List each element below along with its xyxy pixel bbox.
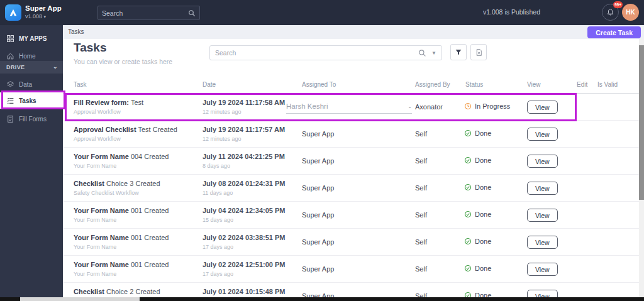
view-button[interactable]: View [527, 263, 558, 276]
task-date: July 19 2024 11:17:58 AM [203, 99, 285, 106]
task-date-relative: 17 days ago [203, 244, 285, 250]
task-date: July 04 2024 12:34:05 PM [203, 207, 285, 214]
task-date: July 02 2024 03:38:51 PM [203, 234, 285, 241]
task-title: Your Form Name 004 Created [74, 153, 169, 160]
table-row: Checklist Choice 2 Created Safety Checkl… [63, 283, 644, 298]
grid-icon [6, 35, 14, 43]
status-badge: Done [464, 211, 491, 218]
task-cell: Your Form Name 004 Created Your Form Nam… [74, 153, 169, 169]
task-cell: Fill Review form: Test Approval Workflow [74, 99, 143, 115]
view-button[interactable]: View [527, 101, 558, 114]
home-icon [6, 52, 14, 60]
view-button[interactable]: View [527, 209, 558, 222]
data-icon [6, 80, 14, 89]
task-title: Checklist Choice 3 Created [74, 180, 160, 187]
assigned-to-text: Super App [302, 130, 334, 138]
task-cell: Your Form Name 001 Created Your Form Nam… [74, 207, 169, 223]
view-button[interactable]: View [527, 182, 558, 195]
check-done-icon [464, 265, 472, 272]
status-badge: Done [464, 129, 491, 137]
task-date: July 08 2024 01:24:31 PM [203, 180, 285, 187]
status-badge: Done [464, 183, 491, 191]
assigned-to-text: Super App [302, 211, 334, 219]
global-search-input[interactable] [102, 9, 188, 17]
task-cell: Your Form Name 001 Created Your Form Nam… [74, 261, 169, 277]
task-workflow-subtitle: Your Form Name [74, 244, 169, 250]
top-bar: Super App v1.008 ▾ v1.008 is Published 9… [0, 0, 644, 25]
view-button[interactable]: View [527, 236, 558, 249]
date-cell: July 01 2024 10:15:48 PM [203, 288, 285, 298]
date-cell: July 02 2024 03:38:51 PM 17 days ago [203, 234, 285, 250]
task-title-bold: Your Form Name [74, 207, 129, 214]
task-cell: Checklist Choice 3 Created Safety Checkl… [74, 180, 160, 196]
check-done-icon [464, 183, 472, 191]
date-cell: July 08 2024 01:24:31 PM 11 days ago [203, 180, 285, 196]
vertical-scrollbar-thumb[interactable] [639, 45, 644, 200]
assigned-by-text: Self [415, 130, 427, 138]
task-workflow-subtitle: Your Form Name [74, 163, 169, 169]
task-workflow-subtitle: Approval Workflow [74, 136, 177, 142]
date-cell: July 02 2024 12:51:00 PM 17 days ago [203, 261, 285, 277]
table-row: Your Form Name 004 Created Your Form Nam… [63, 148, 644, 175]
sidebar: MY APPS Home DRIVE ⌄ Data [0, 25, 63, 298]
task-title-bold: Checklist [74, 180, 104, 187]
task-title: Your Form Name 001 Created [74, 207, 169, 214]
assigned-by-text: Self [415, 238, 427, 246]
assigned-to-dropdown[interactable]: Harsh Keshri ⌄ [286, 99, 412, 114]
status-badge: In Progress [464, 102, 510, 110]
task-title: Checklist Choice 2 Created [74, 288, 160, 295]
assigned-by-text: Self [415, 157, 427, 165]
sidebar-item-my-apps[interactable]: MY APPS [0, 31, 63, 45]
task-title: Your Form Name 001 Created [74, 234, 169, 241]
horizontal-scrollbar-thumb[interactable] [20, 297, 140, 301]
app-logo-icon[interactable] [5, 4, 21, 21]
task-title-rest: 001 Created [131, 234, 169, 241]
task-title-rest: Test Created [138, 126, 177, 133]
task-title-rest: Test [131, 99, 143, 106]
assigned-to-text: Super App [302, 238, 334, 246]
task-title-bold: Approval Checklist [74, 126, 136, 133]
sidebar-item-tasks[interactable]: Tasks [0, 92, 63, 109]
assigned-by-text: Self [415, 211, 427, 219]
status-badge: Done [464, 156, 491, 164]
publish-status-text: v1.008 is Published [483, 8, 540, 16]
table-row: Your Form Name 001 Created Your Form Nam… [63, 256, 644, 283]
sidebar-item-data[interactable]: Data [0, 77, 63, 91]
task-title: Fill Review form: Test [74, 99, 143, 106]
status-badge: Done [464, 238, 491, 245]
assigned-by-text: Axonator [415, 103, 443, 111]
view-button[interactable]: View [527, 128, 558, 141]
chevron-down-icon: ⌄ [408, 104, 412, 109]
main-content: Tasks Create Task Tasks You can view or … [63, 25, 644, 298]
task-date-relative: 11 days ago [203, 190, 285, 196]
check-done-icon [464, 129, 472, 137]
check-done-icon [464, 211, 472, 218]
check-done-icon [464, 238, 472, 245]
sidebar-item-label: Fill Forms [19, 116, 47, 123]
chevron-down-icon: ▾ [44, 14, 47, 19]
check-done-icon [464, 156, 472, 164]
sidebar-item-fill-forms[interactable]: Fill Forms [0, 112, 63, 126]
assigned-to-value: Harsh Keshri [286, 102, 328, 110]
task-title-rest: 001 Created [131, 207, 169, 214]
status-label: In Progress [475, 102, 510, 110]
sidebar-section-label: DRIVE [6, 64, 25, 70]
sidebar-item-label: Home [19, 53, 36, 60]
sidebar-section-drive[interactable]: DRIVE ⌄ [0, 61, 63, 74]
table-body: Fill Review form: Test Approval Workflow… [63, 25, 644, 298]
app-version-dropdown[interactable]: v1.008 ▾ [25, 13, 46, 19]
logo-a-glyph [8, 8, 18, 18]
date-cell: July 11 2024 04:21:25 PM 8 days ago [203, 153, 285, 169]
task-workflow-subtitle: Approval Workflow [74, 109, 143, 115]
status-label: Done [475, 265, 491, 272]
task-title-bold: Checklist [74, 288, 104, 295]
form-document-icon [6, 115, 14, 123]
table-row: Fill Review form: Test Approval Workflow… [63, 94, 644, 121]
clock-in-progress-icon [464, 102, 472, 110]
task-date: July 19 2024 11:17:57 AM [203, 126, 285, 133]
table-row: Checklist Choice 3 Created Safety Checkl… [63, 175, 644, 202]
date-cell: July 04 2024 12:34:05 PM 15 days ago [203, 207, 285, 223]
task-date: July 02 2024 12:51:00 PM [203, 261, 285, 268]
user-avatar[interactable]: HK [622, 4, 639, 21]
view-button[interactable]: View [527, 155, 558, 168]
